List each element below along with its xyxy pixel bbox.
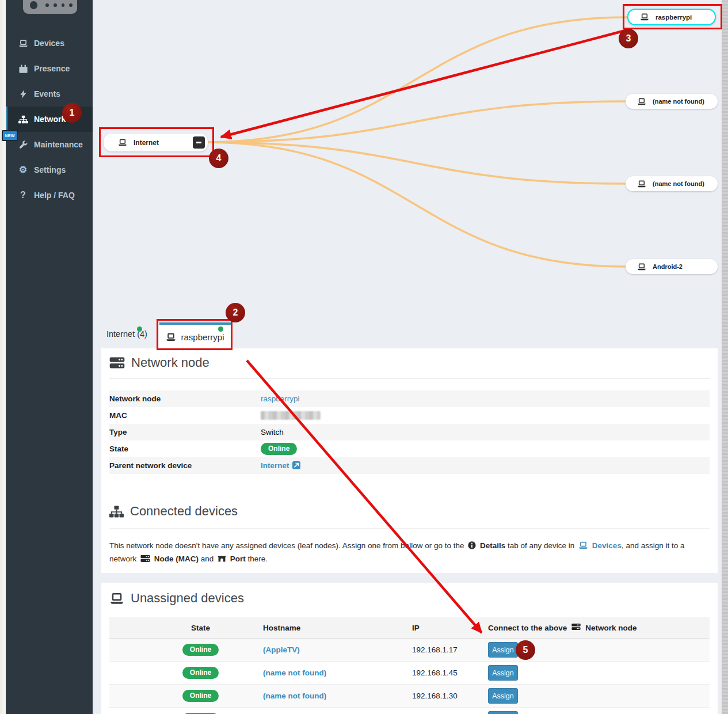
sidebar-item-events[interactable]: Events [6,81,93,107]
sidebar-nav: Devices Presence Events Network Maintena… [6,31,93,208]
app-logo [23,0,77,14]
laptop-icon [578,541,588,553]
sidebar-item-devices[interactable]: Devices [6,31,93,56]
sidebar-item-label: Network [34,115,66,124]
bolt-icon [17,89,29,99]
laptop-icon [17,39,29,48]
online-dot [137,326,142,332]
sitemap-icon [109,506,124,518]
node-label: Internet [134,139,159,147]
server-icon [109,356,125,369]
sidebar-item-label: Events [34,89,60,98]
detail-row: Type Switch [109,424,710,440]
tab-label: raspberrypi [181,332,224,342]
table-row: Online (name not found) 192.168.1.30 Ass… [109,685,710,708]
network-node-details: Network node raspberrypi MAC Type Switch… [109,390,710,474]
server-icon [571,623,581,632]
ip-value: 192.168.1.30 [412,692,488,700]
column-header-hostname: Hostname [263,624,412,632]
detail-label: Parent network device [109,461,261,470]
topology-links [93,0,722,321]
laptop-icon [637,263,646,271]
topology-node-unnamed-1[interactable]: (name not found) [626,94,718,109]
sidebar-item-maintenance[interactable]: Maintenance [6,132,93,157]
network-node-panel: Network node Network node raspberrypi MA… [101,348,718,573]
devices-link[interactable]: Devices [592,541,622,550]
network-topology-graph[interactable]: Internet raspberrypi (name not found) (n… [93,0,722,321]
sidebar-item-network[interactable]: Network [6,107,93,132]
ip-value: 192.168.1.45 [412,669,488,677]
sidebar-item-label: Help / FAQ [34,191,75,200]
detail-label: Type [109,428,261,436]
laptop-icon [640,13,649,21]
detail-label: Network node [109,394,261,403]
section-title: Connected devices [130,504,238,519]
unassigned-devices-heading: Unassigned devices [109,591,244,606]
parent-device-link[interactable]: Internet [261,461,289,470]
column-header-connect: Connect to the above Network node [488,623,710,632]
page-left-edge [0,0,6,714]
assign-button[interactable]: Assign [488,688,518,704]
sidebar-item-label: Presence [34,64,70,73]
hostname-link[interactable]: (name not found) [263,669,326,677]
detail-row: MAC [109,407,710,424]
table-header: State Hostname IP Connect to the above N… [109,617,710,639]
sidebar-item-label: Devices [34,39,64,48]
node-label: (name not found) [653,98,704,105]
detail-label: State [109,445,261,453]
node-label: raspberrypi [655,14,692,21]
question-icon: ? [17,191,29,200]
online-dot [218,326,223,332]
laptop-icon [637,98,646,105]
ip-value: 192.168.1.17 [412,645,488,654]
network-node-heading: Network node [109,355,209,370]
status-badge: Online [182,690,219,701]
topology-node-android-2[interactable]: Android-2 [626,259,718,274]
hostname-link[interactable]: (name not found) [263,692,326,700]
gear-icon: ⚙ [17,165,29,175]
node-label: Android-2 [653,263,683,270]
topology-node-raspberrypi[interactable]: raspberrypi [627,9,716,25]
sidebar-item-label: Maintenance [34,140,83,149]
hostname-link[interactable]: (AppleTV) [263,645,300,654]
redacted-mac-value [261,411,321,420]
collapse-node-button[interactable] [193,136,205,149]
detail-value: Switch [261,428,284,436]
column-header-ip: IP [412,624,488,632]
unassigned-devices-panel: Unassigned devices State Hostname IP Con… [101,583,718,714]
assign-button[interactable]: Assign [488,642,518,658]
sidebar-item-presence[interactable]: Presence [6,56,93,81]
table-row: Online (name not found) 192.168.1.45 Ass… [109,662,710,685]
divider [109,528,710,529]
detail-row: Parent network device Internet [109,457,710,474]
node-label: (name not found) [653,180,704,187]
sidebar-item-help[interactable]: ? Help / FAQ [6,183,93,208]
topology-node-unnamed-2[interactable]: (name not found) [626,176,718,191]
external-link-icon[interactable] [292,461,300,469]
sidebar-item-label: Settings [34,165,66,174]
laptop-icon [109,593,124,605]
status-badge: Online [261,443,297,454]
server-icon [140,554,150,566]
column-header-state: State [109,624,263,632]
port-icon [218,554,226,566]
assign-button[interactable]: Assign [488,711,518,714]
network-node-link[interactable]: raspberrypi [261,394,300,403]
sidebar-item-settings[interactable]: ⚙ Settings [6,157,93,183]
unassigned-devices-table: State Hostname IP Connect to the above N… [109,617,710,714]
section-title: Unassigned devices [131,591,244,606]
topology-node-internet[interactable]: Internet [104,134,208,151]
laptop-icon [637,180,646,188]
scrollbar-track[interactable] [722,0,728,714]
calendar-icon [17,64,29,74]
detail-row: State Online [109,440,710,457]
info-icon [468,541,476,553]
table-row: Online (name not found) 192.168.1.57 Ass… [109,708,710,714]
new-feature-badge: NEW [2,130,18,141]
laptop-icon [118,139,127,146]
sidebar: Devices Presence Events Network Maintena… [6,0,93,714]
assign-button[interactable]: Assign [488,665,518,681]
divider [109,378,710,379]
no-assigned-devices-message: This network node doesn't have any assig… [109,540,711,566]
detail-label: MAC [109,411,261,420]
